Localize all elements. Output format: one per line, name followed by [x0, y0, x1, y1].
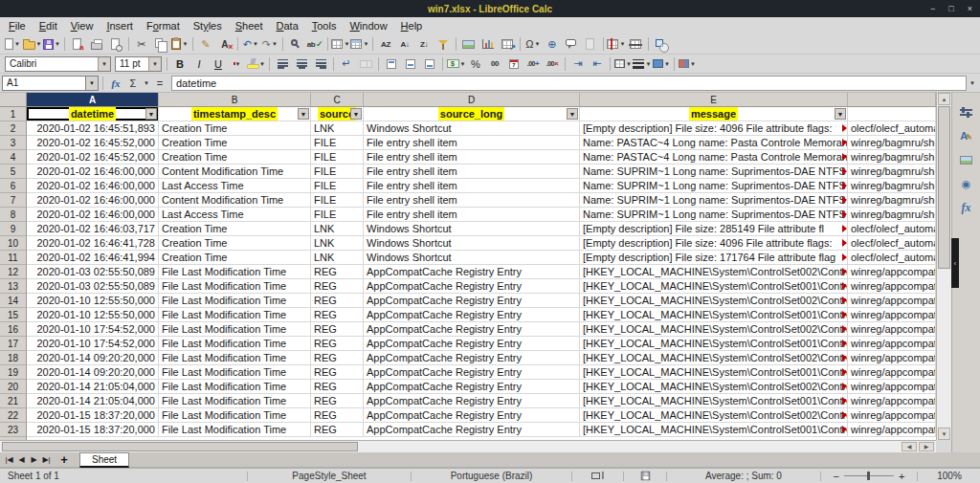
- cell-C16[interactable]: REG: [311, 322, 364, 337]
- conditional-formatting-dropdown[interactable]: ▼: [690, 61, 696, 67]
- column-header-B[interactable]: B: [159, 93, 311, 107]
- merge-cells-button[interactable]: [357, 55, 375, 72]
- align-left-button[interactable]: [274, 55, 292, 72]
- cell-E21[interactable]: [HKEY_LOCAL_MACHINE\System\ControlSet001…: [580, 394, 848, 408]
- show-draw-functions-button[interactable]: [652, 36, 670, 53]
- cell-B22[interactable]: File Last Modification Time: [159, 408, 311, 423]
- row-header-13[interactable]: 13: [0, 279, 27, 294]
- cell-C1[interactable]: source▼: [311, 107, 364, 121]
- cell-B5[interactable]: Content Modification Time: [159, 165, 311, 179]
- close-button[interactable]: ×: [968, 0, 972, 17]
- zoom-level[interactable]: 100%: [918, 469, 980, 483]
- insert-image-button[interactable]: [459, 36, 478, 53]
- cell-F17[interactable]: winreg/appcompatcac: [848, 337, 936, 351]
- cell-E13[interactable]: [HKEY_LOCAL_MACHINE\System\ControlSet001…: [580, 279, 848, 294]
- cell-A1[interactable]: datetime▼: [27, 107, 159, 121]
- decrease-indent-button[interactable]: ⇤: [588, 55, 606, 72]
- cell-F20[interactable]: winreg/appcompatcac: [848, 380, 936, 394]
- background-color-dropdown[interactable]: ▼: [664, 61, 670, 67]
- cell-F8[interactable]: winreg/bagmru/shell_: [848, 208, 936, 222]
- headers-and-footers-button[interactable]: [581, 36, 599, 53]
- sort-button[interactable]: AZ: [376, 36, 394, 53]
- undo-button[interactable]: ↶▼: [241, 36, 259, 53]
- cut-button[interactable]: ✂: [132, 36, 150, 53]
- cell-D6[interactable]: File entry shell item: [364, 179, 580, 193]
- cell-B9[interactable]: Creation Time: [159, 222, 311, 236]
- cell-F18[interactable]: winreg/appcompatcac: [848, 351, 936, 365]
- cell-F13[interactable]: winreg/appcompatcac: [848, 279, 936, 294]
- increase-indent-button[interactable]: ⇥: [568, 55, 587, 72]
- cell-A5[interactable]: 2020-01-02 16:46:00,000: [27, 165, 159, 179]
- cell-F4[interactable]: winreg/bagmru/shell_: [848, 150, 936, 165]
- cell-D16[interactable]: AppCompatCache Registry Entry: [364, 322, 580, 337]
- zoom-in-button[interactable]: +: [899, 471, 904, 482]
- split-window-button[interactable]: [626, 36, 644, 53]
- format-as-currency-button[interactable]: ▼: [447, 55, 466, 72]
- cell-C6[interactable]: FILE: [311, 179, 364, 193]
- cell-B17[interactable]: File Last Modification Time: [159, 337, 311, 351]
- horizontal-scrollbar[interactable]: ◀ ▶: [0, 440, 936, 452]
- cell-B15[interactable]: File Last Modification Time: [159, 308, 311, 322]
- cell-E20[interactable]: [HKEY_LOCAL_MACHINE\System\ControlSet002…: [580, 380, 848, 394]
- column-header-C[interactable]: C: [311, 93, 364, 107]
- cell-F7[interactable]: winreg/bagmru/shell_: [848, 193, 936, 208]
- cell-A15[interactable]: 2020-01-10 12:55:50,000: [27, 308, 159, 322]
- font-color-dropdown[interactable]: ▼: [235, 61, 241, 67]
- cell-B21[interactable]: File Last Modification Time: [159, 394, 311, 408]
- cell-A21[interactable]: 2020-01-14 21:05:04,000: [27, 394, 159, 408]
- new-document-dropdown[interactable]: ▼: [14, 41, 20, 47]
- delete-decimal-place-button[interactable]: .00: [543, 55, 561, 72]
- cell-E17[interactable]: [HKEY_LOCAL_MACHINE\System\ControlSet001…: [580, 337, 848, 351]
- insert-hyperlink-button[interactable]: ⊕: [543, 36, 561, 53]
- toggle-print-preview-button[interactable]: [106, 36, 124, 53]
- cell-B16[interactable]: File Last Modification Time: [159, 322, 311, 337]
- redo-button[interactable]: ↷▼: [260, 36, 278, 53]
- cell-C21[interactable]: REG: [311, 394, 364, 408]
- cell-E6[interactable]: Name: SUPRIM~1 Long name: Suprimentos-DA…: [580, 179, 848, 193]
- cell-D3[interactable]: File entry shell item: [364, 136, 580, 150]
- border-style-button[interactable]: ▼: [633, 55, 651, 72]
- language-indicator[interactable]: Portuguese (Brazil): [412, 469, 571, 483]
- paste-dropdown[interactable]: ▼: [182, 41, 188, 47]
- add-sheet-button[interactable]: +: [56, 452, 72, 467]
- copy-button[interactable]: [151, 36, 169, 53]
- scroll-up-button[interactable]: ▲: [938, 93, 950, 105]
- cell-B6[interactable]: Last Access Time: [159, 179, 311, 193]
- autofilter-button-E[interactable]: ▼: [835, 108, 846, 120]
- insert-columns-dropdown[interactable]: ▼: [363, 41, 368, 47]
- cell-B7[interactable]: Content Modification Time: [159, 193, 311, 208]
- export-as-pdf-button[interactable]: [68, 36, 86, 53]
- highlighting-color-dropdown[interactable]: ▼: [259, 61, 265, 67]
- cell-E4[interactable]: Name: PASTAC~4 Long name: Pasta Controle…: [580, 150, 848, 165]
- row-header-12[interactable]: 12: [0, 265, 27, 279]
- cell-F10[interactable]: olecf/olecf_automatic_: [848, 236, 936, 251]
- redo-dropdown[interactable]: ▼: [272, 41, 278, 47]
- row-header-5[interactable]: 5: [0, 165, 27, 179]
- document-modified-indicator[interactable]: [624, 469, 666, 483]
- cell-E3[interactable]: Name: PASTAC~4 Long name: Pasta Controle…: [580, 136, 848, 150]
- font-size-dropdown[interactable]: ▼: [148, 57, 161, 71]
- cell-A16[interactable]: 2020-01-10 17:54:52,000: [27, 322, 159, 337]
- cell-F19[interactable]: winreg/appcompatcac: [848, 365, 936, 380]
- cell-E9[interactable]: [Empty description] File size: 285149 Fi…: [580, 222, 848, 236]
- row-header-14[interactable]: 14: [0, 294, 27, 308]
- align-top-button[interactable]: [383, 55, 401, 72]
- format-as-percent-button[interactable]: %: [466, 55, 484, 72]
- cell-D1[interactable]: source_long▼: [364, 107, 580, 121]
- insert-rows-dropdown[interactable]: ▼: [344, 41, 349, 47]
- cell-C23[interactable]: REG: [311, 423, 364, 437]
- cell-D18[interactable]: AppCompatCache Registry Entry: [364, 351, 580, 365]
- formula-input[interactable]: [171, 76, 967, 91]
- cell-D20[interactable]: AppCompatCache Registry Entry: [364, 380, 580, 394]
- insert-comment-button[interactable]: [562, 36, 580, 53]
- cell-A2[interactable]: 2020-01-02 16:45:51,893: [27, 121, 159, 136]
- align-center-button[interactable]: [293, 55, 311, 72]
- cell-F1[interactable]: [848, 107, 936, 121]
- cell-A18[interactable]: 2020-01-14 09:20:20,000: [27, 351, 159, 365]
- insert-mode-indicator[interactable]: I: [572, 469, 623, 483]
- name-box-dropdown[interactable]: ▼: [86, 76, 99, 91]
- sidebar-navigator-button[interactable]: ◉: [956, 176, 977, 191]
- format-as-number-button[interactable]: 00: [485, 55, 503, 72]
- sheet-tab-sheet[interactable]: Sheet: [79, 452, 129, 468]
- font-name-combo[interactable]: Calibri▼: [5, 56, 111, 72]
